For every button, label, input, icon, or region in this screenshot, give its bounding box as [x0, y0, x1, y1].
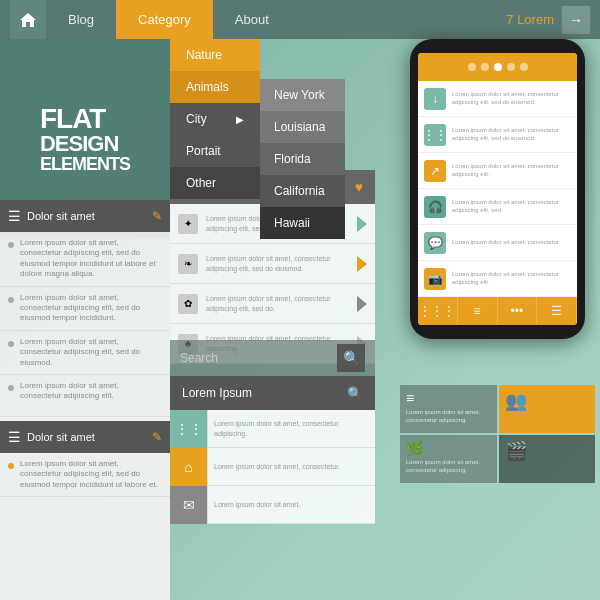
- list-header-edit-1[interactable]: ✎: [152, 209, 162, 223]
- leaf-icon: 🌿: [406, 440, 491, 456]
- top-navigation: Blog Category About 7 Lorem →: [0, 0, 600, 39]
- mid-header-2: Lorem Ipsum 🔍: [170, 376, 375, 410]
- phone-row-icon-arrow: ↗: [424, 160, 446, 182]
- dropdown-newyork[interactable]: New York: [260, 79, 345, 111]
- list-text: Lorem ipsum dolor sit amet, consectetur …: [20, 293, 162, 324]
- info-cell-film: 🎬: [499, 435, 596, 483]
- phone-bottom-icon-dots[interactable]: •••: [498, 297, 538, 325]
- nav-category[interactable]: Category: [116, 0, 213, 39]
- phone-dot: [481, 63, 489, 71]
- mid-list-item: ✿ Lorem ipsum dolor sit amet, consectetu…: [170, 284, 375, 324]
- dropdown-louisiana[interactable]: Louisiana: [260, 111, 345, 143]
- icon-cell-orange[interactable]: ⌂: [170, 448, 208, 486]
- list-item: Lorem ipsum dolor sit amet, consectetur …: [0, 331, 170, 375]
- icon-cell-text: Lorem ipsum dolor sit amet, consectetur.: [208, 462, 375, 471]
- phone-row: ↓ Lorem ipsum dolor sit amet, consectetu…: [418, 81, 577, 117]
- list-header-title-1: Dolor sit amet: [27, 210, 146, 222]
- phone-bottom-icon-menu[interactable]: ≡: [458, 297, 498, 325]
- dropdown-california[interactable]: California: [260, 175, 345, 207]
- mid-item-icon: ✿: [178, 294, 198, 314]
- info-cell-leaf: 🌿 Lorem ipsum dolor sit amet, consectetu…: [400, 435, 497, 483]
- nav-arrow-icon[interactable]: →: [562, 6, 590, 34]
- phone-row-text: Lorem ipsum dolor sit amet, consectetur.: [452, 239, 571, 247]
- home-nav-icon[interactable]: [10, 0, 46, 39]
- phone-row-text: Lorem ipsum dolor sit amet, consectetur …: [452, 163, 571, 179]
- icon-cell-gray[interactable]: ✉: [170, 486, 208, 524]
- phone-row-icon-download: ↓: [424, 88, 446, 110]
- phone-row: ↗ Lorem ipsum dolor sit amet, consectetu…: [418, 153, 577, 189]
- icon-cell-teal[interactable]: ⋮⋮: [170, 410, 208, 448]
- mid-item-arrow: [357, 296, 367, 312]
- phone-bottom-icon-list[interactable]: ☰: [537, 297, 577, 325]
- nav-about[interactable]: About: [213, 0, 291, 39]
- list-header-icon-1: ☰: [8, 208, 21, 224]
- phone-screen: ↓ Lorem ipsum dolor sit amet, consectetu…: [418, 53, 577, 325]
- mid-item-text: Lorem ipsum dolor sit amet, consectetur …: [206, 254, 349, 272]
- list-header-2: ☰ Dolor sit amet ✎: [0, 421, 170, 453]
- phone-bottom-bar: ⋮⋮⋮ ≡ ••• ☰: [418, 297, 577, 325]
- list-item: Lorem ipsum dolor sit amet, consectetur …: [0, 375, 170, 417]
- list-item: Lorem ipsum dolor sit amet, consectetur …: [0, 287, 170, 331]
- phone-text-content: Lorem ipsum dolor sit amet, consectetur …: [452, 127, 571, 143]
- list-text-content: Lorem ipsum dolor sit amet, consectetur …: [20, 293, 162, 324]
- list-text: Lorem ipsum dolor sit amet, consectetur …: [20, 337, 162, 368]
- phone-dot: [507, 63, 515, 71]
- list-item: Lorem ipsum dolor sit amet, consectetur …: [0, 232, 170, 287]
- phone-text-content: Lorem ipsum dolor sit amet, consectetur …: [452, 271, 571, 287]
- info-cell-text: Lorem ipsum dolor sit amet, consectetur …: [406, 459, 491, 475]
- dropdown-animals[interactable]: Animals: [170, 71, 260, 103]
- dropdown-florida[interactable]: Florida: [260, 143, 345, 175]
- phone-dot: [520, 63, 528, 71]
- list-text-content: Lorem ipsum dolor sit amet, consectetur …: [20, 337, 162, 368]
- icon-cell-text: Lorem ipsum dolor sit amet.: [208, 500, 375, 509]
- list-header-title-2: Dolor sit amet: [27, 431, 146, 443]
- menu-icon: ≡: [406, 390, 491, 406]
- phone-text-content: Lorem ipsum dolor sit amet, consectetur …: [452, 91, 571, 107]
- list-dot: [8, 297, 14, 303]
- dropdown-city[interactable]: City: [170, 103, 260, 135]
- dropdown-other[interactable]: Other: [170, 167, 260, 199]
- list-dot: [8, 242, 14, 248]
- info-cell-text: Lorem ipsum dolor sit amet, consectetur …: [406, 409, 491, 425]
- search-section: Search 🔍 Lorem Ipsum 🔍: [170, 340, 375, 410]
- nav-lorem-text: 7 Lorem: [506, 12, 554, 27]
- dropdown-col2: New York Louisiana Florida California Ha…: [260, 79, 345, 239]
- phone-text-content: Lorem ipsum dolor sit amet, consectetur.: [452, 239, 571, 247]
- phone-bottom-icon-grid[interactable]: ⋮⋮⋮: [418, 297, 458, 325]
- phone-row: 💬 Lorem ipsum dolor sit amet, consectetu…: [418, 225, 577, 261]
- info-cell-users: 👥: [499, 385, 596, 433]
- list-header-edit-2[interactable]: ✎: [152, 430, 162, 444]
- search-icon: 🔍: [347, 386, 363, 401]
- nav-blog[interactable]: Blog: [46, 0, 116, 39]
- phone-outer: ↓ Lorem ipsum dolor sit amet, consectetu…: [410, 39, 585, 339]
- phone-row: 🎧 Lorem ipsum dolor sit amet, consectetu…: [418, 189, 577, 225]
- users-icon: 👥: [505, 390, 590, 412]
- right-info-section: ≡ Lorem ipsum dolor sit amet, consectetu…: [400, 385, 595, 483]
- dropdown-portait[interactable]: Portait: [170, 135, 260, 167]
- icon-cell-text: Lorem ipsum dolor sit amet, consectetur …: [208, 419, 375, 437]
- list-text: Lorem ipsum dolor sit amet, consectetur …: [20, 459, 162, 490]
- search-button[interactable]: 🔍: [337, 344, 365, 372]
- mid-item-icon: ❧: [178, 254, 198, 274]
- phone-row-icon-chat: 💬: [424, 232, 446, 254]
- info-cell-menu: ≡ Lorem ipsum dolor sit amet, consectetu…: [400, 385, 497, 433]
- list-text: Lorem ipsum dolor sit amet, consectetur …: [20, 381, 162, 402]
- search-input[interactable]: Search: [180, 351, 329, 365]
- phone-row-icon-camera: 📷: [424, 268, 446, 290]
- left-list-section: ☰ Dolor sit amet ✎ Lorem ipsum dolor sit…: [0, 200, 170, 600]
- flat-title-line1: FLAT: [40, 105, 130, 133]
- dropdown-nature[interactable]: Nature: [170, 39, 260, 71]
- phone-row-text: Lorem ipsum dolor sit amet, consectetur …: [452, 91, 571, 107]
- category-dropdown: Nature Animals City Portait Other New Yo…: [170, 39, 345, 239]
- phone-top-bar: [418, 53, 577, 81]
- dropdown-hawaii[interactable]: Hawaii: [260, 207, 345, 239]
- list-dot: [8, 341, 14, 347]
- mid-header2-title: Lorem Ipsum: [182, 386, 252, 400]
- phone-row: 📷 Lorem ipsum dolor sit amet, consectetu…: [418, 261, 577, 297]
- search-box[interactable]: Search 🔍: [170, 340, 375, 376]
- phone-row-icon-headphones: 🎧: [424, 196, 446, 218]
- list-dot: [8, 385, 14, 391]
- list-text-content: Lorem ipsum dolor sit amet, consectetur …: [20, 238, 162, 280]
- phone-text-content: Lorem ipsum dolor sit amet, consectetur …: [452, 199, 571, 215]
- mid-item-arrow: [357, 256, 367, 272]
